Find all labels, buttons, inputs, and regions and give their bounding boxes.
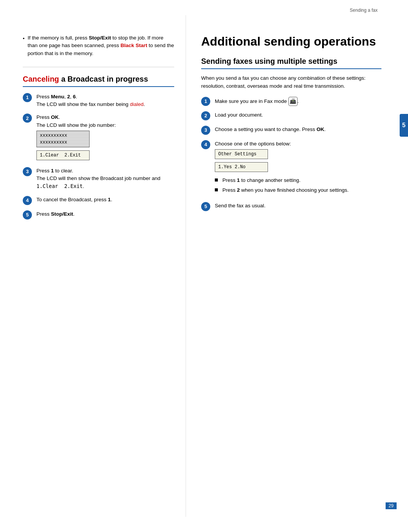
step-number-4: 4 — [23, 196, 32, 205]
side-tab: 5 — [400, 114, 408, 137]
sub-bold-2: 2 — [237, 187, 240, 193]
bullet-square-2 — [215, 188, 218, 191]
right-step-content-1: Make sure you are in Fax mode 📠. — [215, 97, 381, 106]
bold-stopex: Stop/Exit — [89, 35, 111, 41]
left-step-1: 1 Press Menu, 2, 6. The LCD will show th… — [23, 93, 174, 109]
right-step-content-2: Load your document. — [215, 111, 381, 119]
right-column: Additional sending operations Sending fa… — [186, 15, 408, 517]
left-column: • If the memory is full, press Stop/Exit… — [0, 15, 186, 517]
step-content-3: Press 1 to clear. The LCD will then show… — [36, 167, 174, 191]
step-content-5: Press Stop/Exit. — [36, 210, 174, 218]
bullet-item: • If the memory is full, press Stop/Exit… — [23, 34, 174, 57]
left-step-5: 5 Press Stop/Exit. — [23, 210, 174, 219]
right-step3-ok: OK — [317, 126, 324, 132]
fax-mode-icon: 📠 — [288, 97, 298, 106]
right-step-number-3: 3 — [201, 126, 210, 135]
side-tab-label: 5 — [402, 122, 406, 129]
right-step-2: 2 Load your document. — [201, 111, 381, 120]
bold-black-start: Black Start — [120, 43, 147, 48]
description-text: When you send a fax you can choose any c… — [201, 74, 381, 90]
step5-stopex: Stop/Exit — [51, 211, 73, 217]
right-step-content-4: Choose one of the options below: Other S… — [215, 140, 381, 197]
main-heading: Additional sending operations — [201, 34, 381, 49]
bullet-square-1 — [215, 178, 218, 182]
step1-bold: Menu — [51, 94, 64, 99]
lcd-clear-exit: 1.Clear 2.Exit — [36, 150, 90, 160]
step-number-5: 5 — [23, 210, 32, 219]
right-step-number-4: 4 — [201, 140, 210, 149]
step-content-4: To cancel the Broadcast, press 1. — [36, 196, 174, 204]
sub-heading: Sending faxes using multiple settings — [201, 56, 381, 69]
right-steps-list: 1 Make sure you are in Fax mode 📠. 2 Loa… — [201, 97, 381, 211]
left-step-3: 3 Press 1 to clear. The LCD will then sh… — [23, 167, 174, 191]
page-header: Sending a fax — [350, 8, 378, 13]
sub-bullet-text-2: Press 2 when you have finished choosing … — [222, 186, 348, 194]
header-label: Sending a fax — [350, 8, 378, 13]
lcd-other-settings: Other Settings — [215, 149, 268, 159]
step1-bold3: 6 — [73, 94, 76, 99]
bullet-section: • If the memory is full, press Stop/Exit… — [23, 34, 174, 57]
step2-ok: OK — [51, 114, 58, 120]
sub-bullet-2: Press 2 when you have finished choosing … — [215, 186, 381, 194]
left-step-2: 2 Press OK. The LCD will show the job nu… — [23, 114, 174, 162]
right-step-content-5: Send the fax as usual. — [215, 202, 381, 210]
divider — [23, 67, 174, 67]
right-step-1: 1 Make sure you are in Fax mode 📠. — [201, 97, 381, 106]
left-step-4: 4 To cancel the Broadcast, press 1. — [23, 196, 174, 205]
step4-1: 1 — [108, 197, 111, 202]
bullet-dot: • — [23, 35, 25, 57]
left-steps-list: 1 Press Menu, 2, 6. The LCD will show th… — [23, 93, 174, 219]
right-step-5: 5 Send the fax as usual. — [201, 202, 381, 211]
right-step-3: 3 Choose a setting you want to change. P… — [201, 126, 381, 135]
step-content-1: Press Menu, 2, 6. The LCD will show the … — [36, 93, 174, 109]
sub-bullet-1: Press 1 to change another setting. — [215, 177, 381, 184]
right-step-number-2: 2 — [201, 111, 210, 120]
step3-code: 1.Clear 2.Exit — [36, 183, 83, 189]
step-number-3: 3 — [23, 167, 32, 176]
left-section-heading: Canceling a Broadcast in progress — [23, 74, 174, 87]
sub-bold-1: 1 — [237, 177, 240, 183]
step-content-2: Press OK. The LCD will show the job numb… — [36, 114, 174, 162]
step3-1: 1 — [51, 168, 54, 174]
step1-dialed: dialed — [130, 101, 143, 107]
step-number-2: 2 — [23, 114, 32, 123]
heading-rest: a Broadcast in progress — [61, 75, 148, 83]
step1-bold2: 2 — [67, 94, 70, 99]
lcd-shaded-display: xxxxxxxxxxxxxxxxxxxx — [36, 131, 90, 147]
heading-canceling: Canceling — [23, 75, 59, 83]
right-step-number-5: 5 — [201, 202, 210, 211]
page-number: 29 — [386, 502, 397, 509]
lcd-yes-no: 1.Yes 2.No — [215, 162, 268, 172]
right-step-content-3: Choose a setting you want to change. Pre… — [215, 126, 381, 133]
step-number-1: 1 — [23, 93, 32, 102]
sub-bullet-text-1: Press 1 to change another setting. — [222, 177, 301, 184]
bullet-text: If the memory is full, press Stop/Exit t… — [28, 34, 174, 57]
page-container: Sending a fax • If the memory is full, p… — [0, 0, 408, 532]
right-step-number-1: 1 — [201, 97, 210, 106]
right-step-4: 4 Choose one of the options below: Other… — [201, 140, 381, 197]
